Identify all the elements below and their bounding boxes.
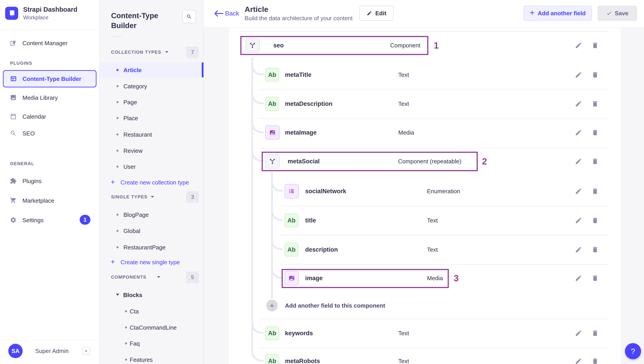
field-type: Text bbox=[427, 245, 438, 254]
bullet-icon bbox=[116, 69, 118, 71]
delete-field-button[interactable] bbox=[592, 71, 599, 78]
delete-field-button[interactable] bbox=[592, 129, 599, 136]
sidebar-item-seo[interactable]: SEO bbox=[22, 130, 35, 137]
sidebar-item-calendar[interactable]: Calendar bbox=[22, 113, 46, 120]
field-name: metaImage bbox=[285, 128, 316, 137]
sidebar-item-restaurant[interactable]: Restaurant bbox=[124, 131, 152, 138]
delete-field-button[interactable] bbox=[592, 158, 599, 165]
search-button[interactable] bbox=[182, 10, 196, 23]
divider bbox=[111, 36, 122, 37]
sidebar-item-settings[interactable]: Settings bbox=[22, 217, 44, 224]
sidebar-item-article[interactable]: Article bbox=[124, 67, 142, 74]
sidebar-item-ctacommandline[interactable]: CtaCommandLine bbox=[130, 324, 177, 331]
sidebar-item-features[interactable]: Features bbox=[130, 356, 153, 363]
sidebar-item-user[interactable]: User bbox=[124, 163, 136, 170]
field-name: socialNetwork bbox=[305, 187, 346, 196]
text-field-icon: Ab bbox=[265, 68, 279, 82]
row-divider bbox=[258, 347, 609, 348]
plus-icon: + bbox=[110, 178, 115, 186]
sidebar-item-page[interactable]: Page bbox=[124, 99, 137, 106]
create-collection-type-link[interactable]: Create new collection type bbox=[120, 179, 189, 186]
main-sidebar: Strapi Dashboard Workplace Content Manag… bbox=[0, 0, 100, 364]
collapse-sidebar-button[interactable] bbox=[82, 347, 90, 355]
add-another-field-label: Add another field bbox=[538, 10, 586, 17]
delete-field-button[interactable] bbox=[592, 188, 599, 195]
bullet-icon bbox=[116, 214, 118, 216]
avatar[interactable]: SA bbox=[8, 344, 23, 358]
sidebar-item-review[interactable]: Review bbox=[124, 147, 142, 154]
field-type: Media bbox=[427, 274, 443, 283]
delete-field-button[interactable] bbox=[592, 217, 599, 224]
sidebar-item-content-manager[interactable]: Content Manager bbox=[22, 40, 68, 47]
edit-field-button[interactable] bbox=[575, 71, 582, 78]
sidebar-item-place[interactable]: Place bbox=[124, 115, 138, 122]
row-divider bbox=[258, 319, 609, 319]
sidebar-item-blogpage[interactable]: BlogPage bbox=[124, 211, 149, 218]
bullet-icon bbox=[125, 326, 127, 328]
add-component-field-label[interactable]: Add another field to this component bbox=[285, 301, 385, 310]
components-label[interactable]: COMPONENTS bbox=[111, 275, 146, 280]
delete-field-button[interactable] bbox=[592, 246, 599, 253]
sidebar-item-plugins[interactable]: Plugins bbox=[22, 178, 42, 185]
edit-field-button[interactable] bbox=[575, 100, 582, 107]
components-count: 5 bbox=[186, 271, 199, 283]
bullet-icon bbox=[125, 342, 127, 344]
sidebar-item-cta[interactable]: Cta bbox=[130, 308, 139, 315]
delete-field-button[interactable] bbox=[592, 330, 599, 337]
field-type: Text bbox=[398, 356, 409, 364]
edit-button[interactable]: Edit bbox=[360, 6, 394, 21]
back-link[interactable]: Back bbox=[225, 10, 239, 17]
field-name: metaSocial bbox=[288, 157, 320, 166]
chevron-down-icon bbox=[116, 293, 120, 296]
field-name: title bbox=[305, 216, 316, 225]
field-type: Component (repeatable) bbox=[398, 157, 461, 166]
edit-field-button[interactable] bbox=[575, 246, 582, 253]
delete-field-button[interactable] bbox=[592, 100, 599, 107]
delete-field-button[interactable] bbox=[592, 42, 599, 49]
edit-field-button[interactable] bbox=[575, 275, 582, 282]
edit-field-button[interactable] bbox=[575, 158, 582, 165]
field-type: Enumeration bbox=[427, 187, 460, 196]
delete-field-button[interactable] bbox=[592, 357, 599, 364]
field-name: metaRobots bbox=[285, 356, 320, 364]
edit-field-button[interactable] bbox=[575, 357, 582, 364]
collection-types-label[interactable]: COLLECTION TYPES bbox=[111, 50, 161, 55]
plus-icon: + bbox=[270, 301, 274, 310]
sidebar-item-category[interactable]: Category bbox=[124, 83, 147, 90]
save-button[interactable]: Save bbox=[598, 6, 637, 21]
component-group-blocks[interactable]: Blocks bbox=[123, 291, 142, 299]
chevron-left-icon bbox=[84, 349, 88, 353]
sidebar-item-global[interactable]: Global bbox=[124, 227, 140, 235]
row-divider bbox=[258, 118, 609, 119]
row-divider bbox=[240, 31, 609, 32]
media-field-icon bbox=[265, 125, 280, 140]
help-button[interactable]: ? bbox=[625, 343, 641, 359]
edit-field-button[interactable] bbox=[575, 217, 582, 224]
chevron-down-icon bbox=[157, 276, 160, 278]
add-component-field-button[interactable]: + bbox=[266, 300, 278, 311]
sidebar-item-restaurantpage[interactable]: RestaurantPage bbox=[124, 244, 166, 251]
bullet-icon bbox=[116, 230, 118, 232]
sidebar-item-media-library[interactable]: Media Library bbox=[22, 94, 58, 101]
bullet-icon bbox=[125, 310, 127, 312]
sidebar-item-marketplace[interactable]: Marketplace bbox=[22, 197, 54, 204]
delete-field-button[interactable] bbox=[592, 275, 599, 282]
edit-field-button[interactable] bbox=[575, 188, 582, 195]
single-types-label[interactable]: SINGLE TYPES bbox=[111, 194, 148, 200]
text-field-icon: Ab bbox=[265, 354, 279, 364]
save-button-label: Save bbox=[615, 10, 628, 17]
create-single-type-link[interactable]: Create new single type bbox=[120, 259, 180, 266]
content-type-builder-icon bbox=[10, 75, 17, 82]
edit-field-button[interactable] bbox=[575, 129, 582, 136]
component-field-icon bbox=[245, 38, 260, 53]
sidebar-item-article-active[interactable] bbox=[100, 63, 204, 77]
sidebar-item-faq[interactable]: Faq bbox=[130, 340, 140, 347]
add-another-field-button[interactable]: + Add another field bbox=[524, 6, 592, 21]
edit-field-button[interactable] bbox=[575, 330, 582, 337]
field-type: Component bbox=[390, 41, 420, 50]
edit-field-button[interactable] bbox=[575, 42, 582, 49]
row-divider bbox=[279, 264, 609, 264]
text-field-icon: Ab bbox=[265, 326, 279, 340]
annotation-number-1: 1 bbox=[434, 41, 439, 51]
plugins-section-label: PLUGINS bbox=[10, 61, 32, 66]
